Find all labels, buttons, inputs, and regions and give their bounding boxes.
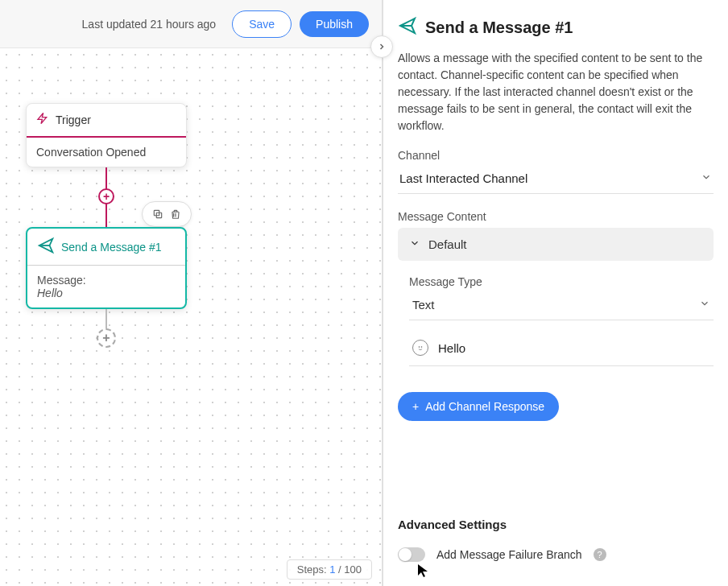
trigger-title: Trigger	[56, 113, 91, 126]
chevron-down-icon	[699, 298, 710, 312]
emoji-picker-icon[interactable]	[412, 340, 428, 356]
collapse-panel-button[interactable]	[370, 35, 393, 58]
copy-icon[interactable]	[149, 205, 167, 223]
svg-point-3	[421, 347, 422, 348]
details-panel: Send a Message #1 Allows a message with …	[383, 0, 728, 586]
trigger-body: Conversation Opened	[27, 138, 186, 167]
add-channel-response-button[interactable]: + Add Channel Response	[398, 392, 559, 421]
add-step-end-button[interactable]: +	[97, 328, 116, 348]
last-updated-text: Last updated 21 hours ago	[82, 18, 217, 31]
default-accordion[interactable]: Default	[398, 228, 714, 261]
svg-point-2	[419, 347, 420, 348]
trigger-icon	[36, 112, 49, 128]
steps-indicator: Steps: 1 / 100	[287, 559, 372, 580]
message-value: Hello	[37, 287, 176, 299]
panel-description: Allows a message with the specified cont…	[398, 50, 714, 134]
send-message-node[interactable]: Send a Message #1 Message: Hello	[26, 227, 187, 309]
advanced-settings-title: Advanced Settings	[398, 518, 714, 531]
trigger-node[interactable]: Trigger Conversation Opened	[26, 103, 187, 167]
channel-select[interactable]: Last Interacted Channel	[398, 167, 714, 194]
topbar: Last updated 21 hours ago Save Publish	[0, 0, 382, 48]
message-type-label: Message Type	[409, 275, 714, 288]
panel-title: Send a Message #1	[425, 19, 573, 37]
channel-label: Channel	[398, 149, 714, 162]
chevron-down-icon	[409, 237, 420, 251]
send-icon	[37, 237, 55, 257]
add-step-button[interactable]: +	[98, 188, 114, 204]
help-icon[interactable]: ?	[594, 548, 606, 561]
publish-button[interactable]: Publish	[300, 11, 369, 37]
message-type-select[interactable]: Text	[409, 293, 714, 320]
delete-icon[interactable]	[167, 205, 184, 223]
chevron-down-icon	[701, 171, 712, 185]
message-text-input[interactable]	[438, 341, 710, 355]
workflow-canvas[interactable]: Trigger Conversation Opened +	[0, 48, 382, 586]
node-toolbar	[142, 201, 192, 227]
message-content-label: Message Content	[398, 210, 714, 223]
failure-branch-label: Add Message Failure Branch	[436, 548, 582, 561]
message-label: Message:	[37, 274, 176, 287]
plus-icon: +	[412, 400, 419, 413]
save-button[interactable]: Save	[232, 10, 292, 38]
failure-branch-toggle[interactable]	[398, 547, 425, 562]
send-icon	[398, 16, 417, 39]
send-node-title: Send a Message #1	[61, 241, 162, 254]
